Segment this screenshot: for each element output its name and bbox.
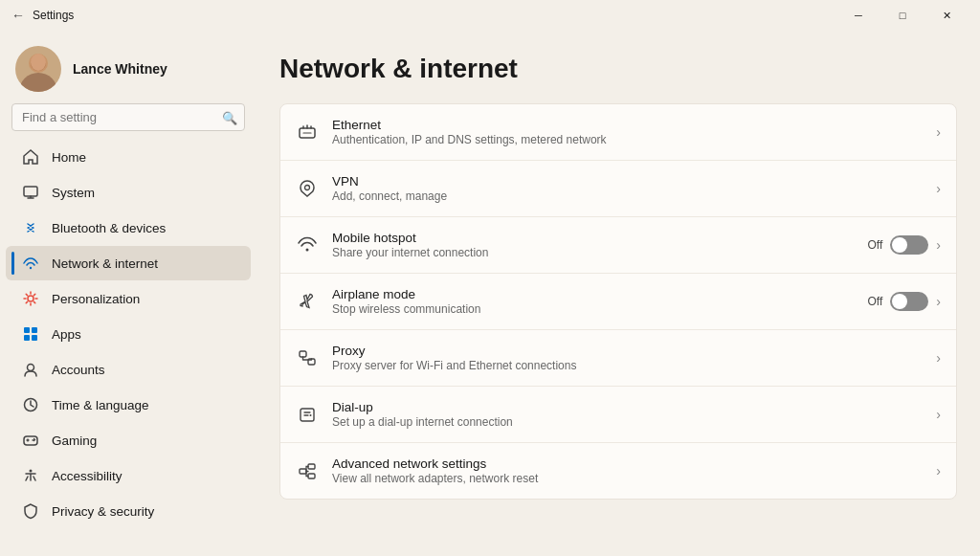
svg-rect-22 (300, 469, 306, 474)
sidebar-item-label-system: System (52, 186, 95, 200)
sidebar-item-home[interactable]: Home (6, 140, 251, 174)
sidebar-item-gaming[interactable]: Gaming (6, 423, 251, 457)
search-box: 🔍 (11, 103, 245, 131)
privacy-icon (21, 501, 40, 521)
sidebar-item-label-time: Time & language (52, 398, 149, 412)
setting-row-airplane[interactable]: Airplane mode Stop wireless communicatio… (280, 274, 956, 330)
sidebar-item-network[interactable]: Network & internet (6, 246, 251, 280)
settings-card: Ethernet Authentication, IP and DNS sett… (279, 103, 957, 500)
sidebar-item-label-home: Home (52, 150, 86, 165)
hotspot-icon (296, 234, 319, 256)
chevron-icon-ethernet: › (936, 124, 941, 140)
svg-point-11 (28, 365, 34, 371)
proxy-icon (296, 346, 319, 369)
svg-point-5 (30, 267, 32, 269)
back-icon[interactable]: ← (11, 8, 25, 23)
setting-row-ethernet[interactable]: Ethernet Authentication, IP and DNS sett… (280, 104, 956, 161)
sidebar-item-label-bluetooth: Bluetooth & devices (52, 221, 166, 235)
search-icon: 🔍 (222, 110, 237, 124)
svg-rect-13 (24, 436, 37, 445)
close-button[interactable]: ✕ (924, 0, 969, 31)
minimize-button[interactable]: ─ (836, 0, 880, 31)
setting-row-vpn[interactable]: VPN Add, connect, manage › (280, 161, 956, 217)
main-content: Network & internet Ethernet Authenticati… (256, 31, 980, 556)
sidebar-item-label-personalization: Personalization (52, 292, 140, 306)
svg-rect-24 (308, 474, 315, 478)
setting-desc-advanced: View all network adapters, network reset (332, 472, 923, 485)
sidebar-item-apps[interactable]: Apps (6, 317, 251, 351)
system-icon (21, 183, 40, 202)
setting-desc-dialup: Set up a dial-up internet connection (332, 415, 923, 429)
maximize-button[interactable]: □ (880, 0, 924, 31)
setting-right-hotspot[interactable]: Off › (868, 235, 941, 255)
sidebar: Lance Whitney 🔍 Home (0, 31, 256, 556)
apps-icon (21, 324, 40, 344)
setting-label-airplane: Airplane mode (332, 287, 855, 301)
nav-list: Home System Bluetooth & devices (0, 139, 256, 529)
setting-desc-airplane: Stop wireless communication (332, 302, 855, 316)
svg-point-17 (306, 249, 309, 252)
title-bar-left: ← Settings (11, 8, 74, 23)
svg-point-3 (31, 54, 46, 71)
setting-text-vpn: VPN Add, connect, manage (332, 174, 923, 203)
setting-right-dialup: › (936, 407, 941, 422)
svg-rect-18 (300, 351, 306, 357)
accounts-icon (21, 360, 40, 379)
setting-right-vpn: › (936, 181, 941, 196)
sidebar-item-label-accounts: Accounts (52, 363, 105, 377)
setting-row-advanced[interactable]: Advanced network settings View all netwo… (280, 443, 956, 499)
setting-right-airplane[interactable]: Off › (868, 292, 941, 311)
ethernet-icon (296, 121, 319, 144)
toggle-hotspot[interactable] (890, 235, 928, 255)
setting-label-ethernet: Ethernet (332, 118, 923, 132)
avatar (15, 46, 61, 92)
svg-rect-7 (24, 327, 30, 333)
airplane-icon (296, 290, 319, 313)
toggle-label-airplane: Off (868, 295, 883, 308)
setting-row-hotspot[interactable]: Mobile hotspot Share your internet conne… (280, 217, 956, 274)
toggle-airplane[interactable] (890, 292, 928, 311)
sidebar-item-label-accessibility: Accessibility (52, 469, 122, 483)
svg-rect-4 (24, 187, 37, 196)
setting-desc-proxy: Proxy server for Wi-Fi and Ethernet conn… (332, 359, 923, 372)
chevron-icon-advanced: › (936, 463, 941, 478)
sidebar-item-label-network: Network & internet (52, 256, 158, 271)
setting-row-proxy[interactable]: Proxy Proxy server for Wi-Fi and Etherne… (280, 330, 956, 387)
svg-point-16 (305, 186, 310, 190)
svg-point-14 (30, 470, 33, 473)
sidebar-item-accessibility[interactable]: Accessibility (6, 458, 251, 493)
svg-point-6 (28, 296, 33, 301)
setting-text-proxy: Proxy Proxy server for Wi-Fi and Etherne… (332, 344, 923, 372)
setting-label-advanced: Advanced network settings (332, 456, 923, 471)
accessibility-icon (21, 466, 40, 485)
sidebar-item-bluetooth[interactable]: Bluetooth & devices (6, 211, 251, 245)
sidebar-item-accounts[interactable]: Accounts (6, 352, 251, 387)
vpn-icon (296, 177, 319, 200)
svg-rect-23 (308, 464, 315, 469)
svg-rect-10 (32, 335, 37, 341)
user-section[interactable]: Lance Whitney (0, 31, 256, 103)
setting-desc-vpn: Add, connect, manage (332, 189, 923, 203)
sidebar-item-privacy[interactable]: Privacy & security (6, 494, 251, 528)
setting-text-ethernet: Ethernet Authentication, IP and DNS sett… (332, 118, 923, 146)
toggle-label-hotspot: Off (868, 238, 883, 252)
sidebar-item-system[interactable]: System (6, 175, 251, 210)
page-title: Network & internet (279, 54, 957, 84)
chevron-icon-airplane: › (936, 294, 941, 309)
personalization-icon (21, 289, 40, 308)
user-name: Lance Whitney (73, 61, 167, 77)
chevron-icon-proxy: › (936, 350, 941, 366)
setting-label-hotspot: Mobile hotspot (332, 231, 855, 245)
search-input[interactable] (11, 103, 245, 131)
home-icon (21, 147, 40, 167)
setting-label-proxy: Proxy (332, 344, 923, 358)
setting-text-advanced: Advanced network settings View all netwo… (332, 456, 923, 485)
sidebar-item-personalization[interactable]: Personalization (6, 281, 251, 316)
sidebar-item-time[interactable]: Time & language (6, 388, 251, 422)
svg-point-0 (19, 73, 57, 92)
setting-row-dialup[interactable]: Dial-up Set up a dial-up internet connec… (280, 387, 956, 443)
title-bar: ← Settings ─ □ ✕ (0, 0, 980, 31)
setting-desc-hotspot: Share your internet connection (332, 246, 855, 259)
setting-desc-ethernet: Authentication, IP and DNS settings, met… (332, 133, 923, 146)
svg-rect-8 (32, 327, 37, 333)
